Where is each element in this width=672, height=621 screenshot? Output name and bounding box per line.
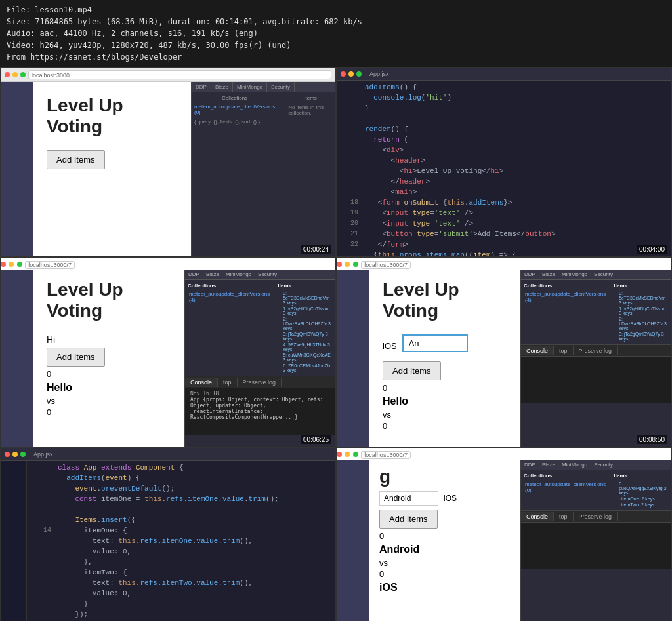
top-tab-6[interactable]: top [554, 512, 574, 521]
minimize-icon-2[interactable] [348, 71, 354, 77]
count1-6: 0 [379, 531, 511, 541]
close-icon-4[interactable] [337, 262, 342, 267]
console-tab-6[interactable]: Console [521, 512, 554, 521]
collections-section-1: Collections meteor_autoupdate_clientVers… [194, 95, 275, 116]
vs-label-4: vs [383, 410, 507, 420]
dt-row-3-6: 6: ZR6qCRMLv4JpuZb 3 keys [278, 363, 333, 373]
top-tab-4[interactable]: top [554, 346, 574, 355]
dt-ddp-3[interactable]: DDP [185, 270, 203, 279]
code-line-5-9: value: 0, [30, 548, 333, 558]
items-section-1: Items No items in this collection. [288, 95, 333, 116]
console-timestamp-3: Nov 16:18 [190, 391, 330, 397]
add-items-button-3[interactable]: Add Items [47, 348, 105, 367]
top-tab-3[interactable]: top [218, 378, 238, 387]
console-tab-4[interactable]: Console [521, 346, 554, 355]
cell-top-left: localhost:3000 Level Up Voting Add Items… [0, 67, 336, 257]
audio-info: Audio: aac, 44100 Hz, 2 channels, s16, 1… [7, 28, 665, 39]
sidebar-panel-3 [1, 270, 33, 447]
code-line: <header> [337, 157, 671, 167]
minimize-icon-4[interactable] [345, 262, 350, 267]
collection-row-3[interactable]: meteor_autoupdate_clientVersions (4) [188, 290, 271, 304]
minimize-icon-3[interactable] [9, 262, 14, 267]
maximize-icon-2[interactable] [356, 71, 362, 77]
add-items-button-6[interactable]: Add Items [379, 510, 438, 529]
dt-tab-security-1[interactable]: Security [267, 82, 295, 92]
dt-blaze-3[interactable]: Blaze [203, 270, 222, 279]
editor-bar-2: App.jsx [337, 68, 671, 81]
dt-sec-6[interactable]: Security [591, 460, 616, 470]
console-tab-3[interactable]: Console [185, 378, 218, 387]
collection-row-1[interactable]: meteor_autoupdate_clientVersions (0) [194, 103, 275, 116]
count1-4: 0 [383, 383, 507, 393]
close-icon-3[interactable] [1, 262, 6, 267]
timestamp-3: 00:06:25 [301, 435, 331, 444]
items-title-6: Items [614, 473, 669, 479]
dt-sec-4[interactable]: Security [591, 270, 616, 279]
url-bar-6[interactable]: localhost:3000/7 [361, 451, 411, 459]
maximize-icon-3[interactable] [17, 262, 22, 267]
dt-tab-minimongo-1[interactable]: MiniMongo [233, 82, 267, 92]
add-items-button-4[interactable]: Add Items [383, 361, 441, 380]
dt-blaze-4[interactable]: Blaze [539, 270, 558, 279]
collection-row-6[interactable]: meteor_autoupdate_clientVersions (0) [524, 481, 607, 494]
code-line: return ( [337, 136, 671, 146]
collections-label-1: Collections [194, 95, 275, 101]
minimize-icon[interactable] [12, 72, 18, 77]
maximize-icon[interactable] [20, 72, 26, 77]
close-icon-6[interactable] [337, 452, 342, 457]
url-bar-1[interactable]: localhost:3000 [28, 70, 331, 79]
editor-bar-5: App.jsx [1, 448, 335, 461]
dt-collections-6: Collections meteor_autoupdate_clientVers… [524, 473, 607, 508]
code-line-5-10: }, [30, 558, 333, 569]
maximize-icon-6[interactable] [353, 452, 358, 457]
query-1: { query: {}, fields: {}, sort: {} } [194, 119, 333, 125]
ios-input-4[interactable] [402, 334, 468, 352]
code-area-5: class App extends Component { addItems(e… [27, 461, 335, 621]
dt-sec-3[interactable]: Security [255, 270, 280, 279]
video-info: Video: h264, yuv420p, 1280x720, 487 kb/s… [7, 39, 665, 51]
dt-body-6: Collections meteor_autoupdate_clientVers… [521, 470, 671, 510]
dt-tab-blaze-1[interactable]: Blaze [211, 82, 233, 92]
console-content-3: Nov 16:18 App {props: Object, context: O… [185, 388, 335, 423]
minimize-icon-5[interactable] [12, 452, 18, 457]
preserve-tab-3[interactable]: Preserve log [238, 378, 282, 387]
android-input-6[interactable] [379, 491, 438, 506]
code-line-5-14: } [30, 600, 333, 611]
collection-row-4[interactable]: meteor_autoupdate_clientVersions (4) [524, 290, 607, 304]
dt-row-4-3: 3: jTa2gQmI3YaQ7y 3 keys [614, 331, 669, 342]
dt-mini-3[interactable]: MiniMongo [222, 270, 255, 279]
close-icon[interactable] [5, 72, 10, 77]
items-title-4: Items [614, 283, 669, 289]
dt-mini-4[interactable]: MiniMongo [558, 270, 591, 279]
close-icon-2[interactable] [341, 71, 346, 77]
dt-blaze-6[interactable]: Blaze [539, 460, 558, 470]
url-bar-3[interactable]: localhost:3000/7 [25, 261, 75, 269]
dt-tab-ddp-1[interactable]: DDP [192, 82, 211, 92]
console-content-6 [521, 523, 671, 528]
dt-ddp-4[interactable]: DDP [521, 270, 539, 279]
main-area-3: Level Up Voting Hi Add Items 0 Hello vs … [33, 270, 184, 447]
sidebar-panel-6 [337, 460, 369, 621]
code-line-5-11: itemTwo: { [30, 569, 333, 579]
add-items-button-1[interactable]: Add Items [47, 150, 105, 169]
dt-ddp-6[interactable]: DDP [521, 460, 539, 470]
hello-label-4: Hello [383, 395, 507, 407]
dt-items-4: Items 0: 5cTC3BcMkSEDhoVm 3 keys 1: vS2g… [614, 283, 669, 342]
maximize-icon-5[interactable] [20, 452, 26, 457]
minimize-icon-6[interactable] [345, 452, 350, 457]
preserve-tab-6[interactable]: Preserve log [574, 512, 618, 521]
count1-3: 0 [47, 369, 171, 379]
code-line [337, 115, 671, 125]
preserve-tab-4[interactable]: Preserve log [574, 346, 618, 355]
cell-1-content: Level Up Voting Add Items DDP Blaze Mini… [1, 82, 335, 256]
hello-label-3: Hello [47, 382, 171, 393]
dt-mini-6[interactable]: MiniMongo [558, 460, 591, 470]
code-area-2: addItems() { console.log('hit') } render… [337, 81, 671, 257]
maximize-icon-4[interactable] [353, 262, 358, 267]
code-line: render() { [337, 125, 671, 136]
close-icon-5[interactable] [5, 452, 10, 457]
url-bar-4[interactable]: localhost:3000/7 [361, 261, 411, 269]
code-line-5-4: const itemOne = this.refs.itemOne.value.… [30, 495, 333, 506]
dt-row-6-0: 0: pueQAbPgg9X9iKyrg 2 keys [614, 481, 669, 496]
dt-cols-6: Collections meteor_autoupdate_clientVers… [524, 473, 669, 508]
